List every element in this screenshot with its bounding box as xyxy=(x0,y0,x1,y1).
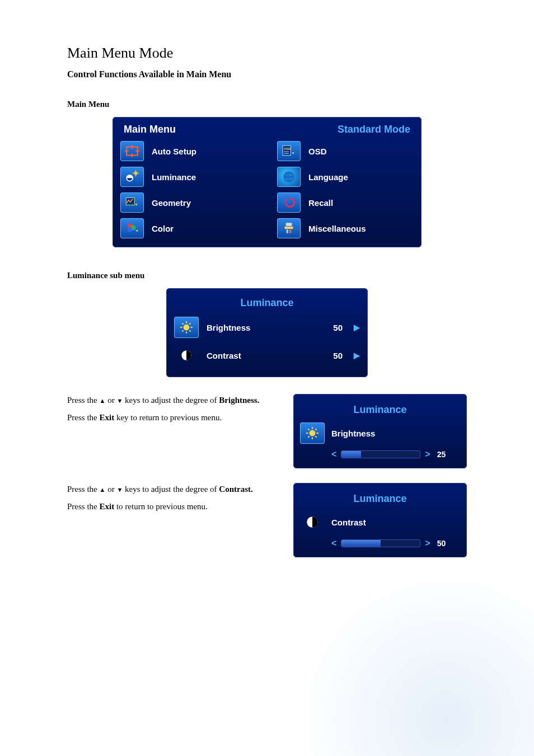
luminance-title: Luminance xyxy=(172,292,362,313)
svg-marker-17 xyxy=(284,198,287,201)
page-subtitle: Control Functions Available in Main Menu xyxy=(67,69,467,79)
txt: Press the xyxy=(67,485,100,494)
menu-label: OSD xyxy=(308,147,327,156)
menu-luminance[interactable]: Luminance xyxy=(120,167,257,187)
misc-icon xyxy=(277,218,301,238)
svg-line-33 xyxy=(182,330,183,331)
contrast-adjust-osd: Luminance Contrast < > 50 xyxy=(293,483,467,557)
page-title: Main Menu Mode xyxy=(67,45,467,62)
chevron-right-icon: ▶ xyxy=(354,351,360,360)
svg-point-20 xyxy=(127,227,132,232)
chevron-left-icon[interactable]: < xyxy=(331,538,336,548)
brightness-adj-title: Luminance xyxy=(300,398,460,420)
brightness-instruction-block: Press the ▲ or ▼ keys to adjust the degr… xyxy=(67,394,467,468)
menu-label: Recall xyxy=(308,198,333,208)
svg-rect-23 xyxy=(287,229,288,233)
menu-geometry[interactable]: Geometry xyxy=(120,192,257,213)
contrast-icon xyxy=(300,511,325,533)
txt: keys to adjust the degree of xyxy=(125,485,219,494)
menu-misc[interactable]: Miscellaneous xyxy=(277,218,414,238)
contrast-slider[interactable]: < > 50 xyxy=(300,538,460,548)
txt: Press the xyxy=(67,413,100,422)
chevron-right-icon[interactable]: > xyxy=(425,449,430,459)
triangle-up-icon: ▲ xyxy=(100,396,106,406)
main-menu-grid: Auto Setup OSD OSD Luminance Language xyxy=(120,141,414,238)
osd-icon: OSD xyxy=(277,141,301,161)
main-menu-header-left: Main Menu xyxy=(124,124,176,135)
svg-line-42 xyxy=(315,429,316,430)
svg-point-25 xyxy=(184,325,189,330)
recall-icon xyxy=(277,192,301,213)
contrast-instruction-block: Press the ▲ or ▼ keys to adjust the degr… xyxy=(67,483,467,557)
luminance-icon xyxy=(120,167,144,187)
brightness-bar-fill xyxy=(341,451,361,458)
lum-contrast-value: 50 xyxy=(322,351,343,360)
chevron-right-icon[interactable]: > xyxy=(425,538,430,548)
brightness-icon xyxy=(174,317,199,338)
triangle-down-icon: ▼ xyxy=(116,396,123,406)
svg-line-43 xyxy=(308,436,309,437)
section-luminance: Luminance sub menu xyxy=(67,271,467,280)
menu-label: Auto Setup xyxy=(152,147,196,156)
txt: keys to adjust the degree of xyxy=(125,396,219,405)
autosetup-icon xyxy=(120,141,144,161)
svg-rect-21 xyxy=(286,223,292,226)
color-icon xyxy=(120,218,144,238)
menu-auto-setup[interactable]: Auto Setup xyxy=(120,141,257,161)
contrast-adj-label: Contrast xyxy=(331,518,366,527)
contrast-subject: Contrast. xyxy=(219,485,252,494)
svg-line-41 xyxy=(315,436,316,437)
exit-word: Exit xyxy=(100,413,115,422)
section-main-menu: Main Menu xyxy=(67,100,467,109)
main-menu-header-right: Standard Mode xyxy=(338,124,410,135)
brightness-adj-value: 25 xyxy=(437,450,446,459)
brightness-icon xyxy=(300,422,325,444)
txt: Press the xyxy=(67,502,100,511)
svg-line-32 xyxy=(189,323,190,324)
menu-color[interactable]: Color xyxy=(120,218,257,238)
svg-rect-22 xyxy=(284,227,293,229)
txt: Press the xyxy=(67,396,100,405)
chevron-left-icon[interactable]: < xyxy=(331,449,336,459)
brightness-adjust-osd: Luminance Brightness < > 25 xyxy=(293,394,467,468)
menu-label: Language xyxy=(308,172,348,182)
menu-language[interactable]: Language xyxy=(277,167,414,187)
menu-recall[interactable]: Recall xyxy=(277,192,414,213)
menu-label: Geometry xyxy=(152,198,191,208)
svg-point-10 xyxy=(134,172,137,174)
lum-contrast-label: Contrast xyxy=(207,351,315,360)
contrast-text: Press the ▲ or ▼ keys to adjust the degr… xyxy=(67,483,280,518)
exit-word: Exit xyxy=(100,502,115,511)
svg-point-15 xyxy=(283,171,294,182)
brightness-slider[interactable]: < > 25 xyxy=(300,449,460,459)
contrast-icon xyxy=(174,345,199,366)
menu-osd[interactable]: OSD OSD xyxy=(277,141,414,161)
svg-line-40 xyxy=(308,429,309,430)
background-accent xyxy=(243,577,534,756)
svg-point-35 xyxy=(310,431,315,436)
contrast-adj-title: Luminance xyxy=(300,487,460,509)
menu-label: Color xyxy=(152,224,174,233)
luminance-submenu-osd: Luminance Brightness 50 ▶ Contrast 50 ▶ xyxy=(166,288,368,377)
triangle-down-icon: ▼ xyxy=(116,485,123,495)
lum-contrast-row[interactable]: Contrast 50 ▶ xyxy=(172,341,362,369)
contrast-adj-value: 50 xyxy=(437,539,446,548)
lum-brightness-row[interactable]: Brightness 50 ▶ xyxy=(172,313,362,341)
geometry-icon xyxy=(120,192,144,213)
contrast-bar-fill xyxy=(341,540,381,547)
lum-brightness-value: 50 xyxy=(322,323,343,332)
menu-label: Miscellaneous xyxy=(308,224,366,233)
page: Main Menu Mode Control Functions Availab… xyxy=(0,0,534,557)
txt: key to return to previous menu. xyxy=(114,413,222,422)
brightness-bar xyxy=(341,450,420,458)
contrast-bar xyxy=(341,539,420,547)
menu-label: Luminance xyxy=(152,172,196,182)
main-menu-header: Main Menu Standard Mode xyxy=(120,124,414,141)
svg-line-31 xyxy=(189,330,190,331)
svg-text:OSD: OSD xyxy=(284,147,291,151)
globe-icon xyxy=(277,167,301,187)
lum-brightness-label: Brightness xyxy=(207,323,315,332)
brightness-subject: Brightness. xyxy=(219,396,259,405)
main-menu-osd: Main Menu Standard Mode Auto Setup OSD O… xyxy=(113,117,421,247)
svg-rect-24 xyxy=(289,229,291,233)
